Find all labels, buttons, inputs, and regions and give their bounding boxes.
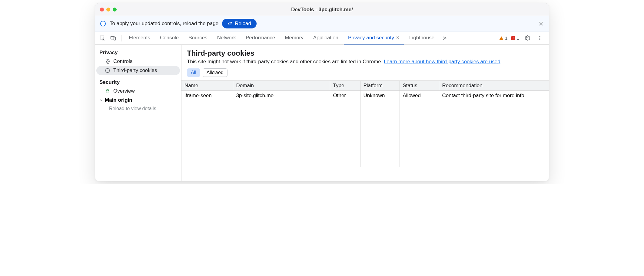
svg-point-10	[539, 38, 540, 38]
svg-point-14	[108, 70, 108, 70]
content-panel: Third-party cookies This site might not …	[181, 45, 549, 181]
issues-count: 1	[517, 35, 519, 41]
tab-privacy-and-security[interactable]: Privacy and security	[344, 32, 404, 44]
inspect-icon	[99, 35, 105, 41]
sidebar-item-label: Controls	[113, 58, 132, 64]
cookie-icon	[105, 68, 110, 73]
lock-icon	[105, 88, 110, 94]
filter-chip-allowed[interactable]: Allowed	[203, 68, 227, 77]
content-title: Third-party cookies	[187, 49, 543, 58]
svg-rect-17	[106, 91, 109, 93]
tab-sources[interactable]: Sources	[184, 32, 211, 44]
svg-rect-1	[103, 23, 103, 25]
cell-status: Allowed	[400, 91, 439, 101]
close-tab-icon[interactable]	[396, 36, 400, 40]
inspect-element-button[interactable]	[98, 33, 107, 43]
tab-console[interactable]: Console	[156, 32, 183, 44]
col-type[interactable]: Type	[330, 81, 360, 91]
sidebar-heading-security: Security	[96, 78, 180, 87]
close-infobar-button[interactable]	[538, 21, 544, 27]
divider	[121, 35, 121, 41]
col-domain[interactable]: Domain	[233, 81, 330, 91]
svg-point-12	[105, 68, 110, 73]
svg-rect-5	[114, 37, 116, 40]
svg-point-13	[107, 70, 107, 71]
traffic-lights	[100, 8, 117, 12]
svg-rect-2	[103, 22, 103, 23]
more-menu-button[interactable]	[535, 33, 545, 43]
warnings-count: 1	[505, 35, 507, 41]
svg-point-15	[107, 71, 108, 71]
reload-icon	[227, 21, 232, 26]
info-icon	[100, 21, 106, 27]
table-filler	[181, 100, 549, 167]
chevron-double-right-icon	[442, 35, 447, 41]
panel-tabstrip: Elements Console Sources Network Perform…	[95, 31, 549, 45]
cell-type: Other	[330, 91, 360, 101]
filter-row: All Allowed	[187, 68, 543, 77]
sidebar-item-controls[interactable]: Controls	[96, 57, 180, 66]
cell-recommendation: Contact third-party site for more info	[439, 91, 549, 101]
svg-rect-8	[513, 39, 513, 39]
sidebar-item-label: Third-party cookies	[113, 67, 157, 74]
col-status[interactable]: Status	[400, 81, 439, 91]
table-row[interactable]: iframe-seen 3p-site.glitch.me Other Unkn…	[181, 91, 549, 101]
col-recommendation[interactable]: Recommendation	[439, 81, 549, 91]
kebab-icon	[537, 35, 543, 41]
device-icon	[110, 35, 116, 41]
sidebar-item-main-origin[interactable]: Main origin	[96, 96, 180, 105]
col-name[interactable]: Name	[181, 81, 233, 91]
tab-memory[interactable]: Memory	[281, 32, 307, 44]
tab-application[interactable]: Application	[309, 32, 343, 44]
more-tabs-button[interactable]	[440, 33, 450, 43]
device-toolbar-button[interactable]	[108, 33, 118, 43]
window-close-button[interactable]	[100, 8, 104, 12]
main-area: Privacy Controls Third-party cookies Sec…	[95, 45, 549, 181]
infobar-message: To apply your updated controls, reload t…	[110, 21, 218, 27]
svg-point-9	[539, 36, 540, 37]
devtools-window: DevTools - 3pc.glitch.me/ To apply your …	[95, 3, 549, 181]
chevron-down-icon	[99, 98, 103, 102]
sidebar-item-label: Overview	[113, 88, 135, 94]
tab-performance[interactable]: Performance	[241, 32, 279, 44]
learn-more-link[interactable]: Learn more about how third-party cookies…	[384, 59, 500, 64]
cookies-table-wrap[interactable]: Name Domain Type Platform Status Recomme…	[181, 80, 549, 181]
window-minimize-button[interactable]	[106, 8, 110, 12]
col-platform[interactable]: Platform	[360, 81, 400, 91]
cell-platform: Unknown	[360, 91, 400, 101]
sidebar-heading-privacy: Privacy	[96, 48, 180, 57]
window-title: DevTools - 3pc.glitch.me/	[95, 7, 549, 13]
sidebar: Privacy Controls Third-party cookies Sec…	[95, 45, 181, 181]
issues-indicator[interactable]: 1	[511, 35, 519, 41]
window-titlebar: DevTools - 3pc.glitch.me/	[95, 3, 549, 16]
reload-button-label: Reload	[235, 21, 251, 27]
table-header-row: Name Domain Type Platform Status Recomme…	[181, 81, 549, 91]
sidebar-item-overview[interactable]: Overview	[96, 87, 180, 96]
cell-name: iframe-seen	[181, 91, 233, 101]
tab-lighthouse[interactable]: Lighthouse	[405, 32, 439, 44]
warnings-indicator[interactable]: 1	[499, 35, 507, 41]
filter-chip-all[interactable]: All	[187, 68, 200, 77]
svg-point-11	[539, 39, 540, 40]
gear-icon	[524, 35, 530, 41]
tab-elements[interactable]: Elements	[124, 32, 154, 44]
reload-infobar: To apply your updated controls, reload t…	[95, 16, 549, 31]
svg-rect-7	[513, 37, 513, 38]
sidebar-item-label: Main origin	[105, 97, 132, 103]
cookies-table: Name Domain Type Platform Status Recomme…	[181, 81, 549, 167]
cell-domain: 3p-site.glitch.me	[233, 91, 330, 101]
content-description: This site might not work if third-party …	[187, 59, 543, 65]
gear-icon	[105, 59, 110, 64]
svg-point-16	[108, 71, 108, 71]
settings-button[interactable]	[522, 33, 532, 43]
sidebar-sub-reload-details: Reload to view details	[96, 105, 180, 113]
tab-network[interactable]: Network	[213, 32, 240, 44]
issue-icon	[511, 36, 516, 41]
warning-icon	[499, 36, 504, 41]
reload-button[interactable]: Reload	[222, 19, 257, 28]
sidebar-item-third-party-cookies[interactable]: Third-party cookies	[96, 66, 180, 75]
window-zoom-button[interactable]	[113, 8, 117, 12]
